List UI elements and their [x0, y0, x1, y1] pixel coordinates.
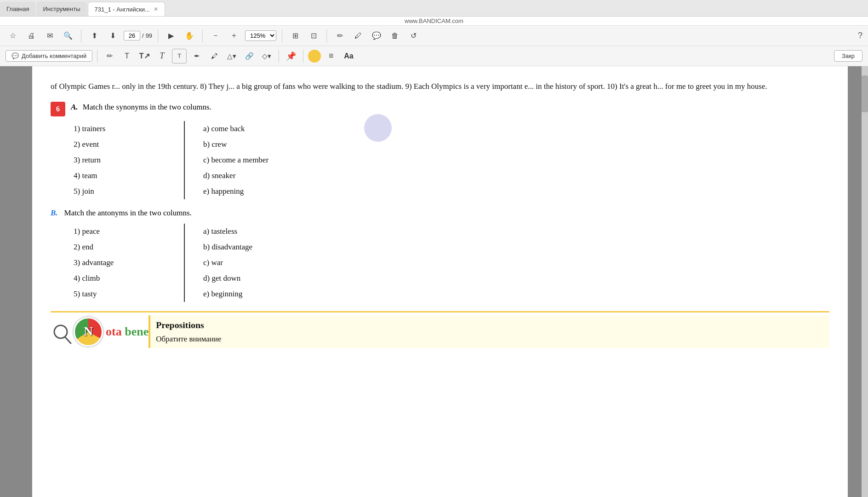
a-left-1: 1) trainers — [74, 121, 175, 137]
cursor-highlight — [364, 114, 392, 142]
print-button[interactable]: 🖨 — [24, 29, 39, 43]
magnifier-area: N — [51, 317, 103, 347]
page-nav: / 99 — [124, 31, 152, 40]
tab-home[interactable]: Главная — [0, 2, 35, 16]
section-a-columns: 1) trainers 2) event 3) return 4) team 5… — [74, 121, 829, 199]
section-b-columns: 1) peace 2) end 3) advantage 4) climb 5)… — [74, 224, 829, 302]
toolbar-row-1: ☆ 🖨 ✉ 🔍 ⬆ ⬇ / 99 ▶ ✋ － ＋ 125% 100% 150% … — [0, 26, 868, 46]
magnifier-icon — [51, 318, 74, 346]
comment-icon: 💬 — [11, 52, 19, 59]
freehand-button[interactable]: ✒ — [189, 49, 204, 64]
prepositions-sub: Обратите внимание — [156, 333, 824, 345]
section-b-instruction: Match the antonyms in the two columns. — [64, 207, 192, 219]
exercise-section-6: 6 A. Match the synonyms in the two colum… — [51, 101, 829, 302]
section-b-letter: B. — [51, 207, 58, 219]
nb-logo-letter: N — [84, 321, 93, 342]
a-right-3: c) become a member — [203, 152, 322, 168]
b-left-2: 2) end — [74, 239, 175, 255]
browser-tabs: Главная Инструменты 731_1 - Английски...… — [0, 0, 868, 17]
next-page-button[interactable]: ⬇ — [105, 29, 120, 43]
rotate-button[interactable]: ↺ — [406, 29, 421, 43]
erase-button[interactable]: ◇▾ — [259, 49, 274, 64]
tab-tools[interactable]: Инструменты — [36, 2, 86, 16]
tab-document[interactable]: 731_1 - Английски... ✕ — [88, 2, 165, 16]
separator-5 — [326, 29, 327, 42]
b-right-1: a) tasteless — [203, 224, 322, 239]
section-a-right: a) come back b) crew c) become a member … — [184, 121, 322, 199]
page-separator: / — [142, 32, 144, 39]
pdf-page: of Olympic Games r... only in the 19th c… — [32, 66, 848, 497]
nota-bene-section: N ota bene Prepositions Обратите внимани… — [51, 311, 829, 348]
a-left-5: 5) join — [74, 184, 175, 199]
a-right-1: a) come back — [203, 121, 322, 137]
zoom-select[interactable]: 125% 100% 150% 200% — [245, 30, 276, 41]
pin-button[interactable]: 📌 — [284, 49, 298, 64]
star-button[interactable]: ☆ — [6, 29, 20, 43]
highlight-tool-button[interactable]: ✏ — [332, 29, 347, 43]
delete-button[interactable]: 🗑 — [388, 29, 402, 43]
a-right-2: b) crew — [203, 137, 322, 152]
scrollbar-thumb[interactable] — [862, 75, 868, 112]
annotate-button[interactable]: 🖊 — [351, 29, 365, 43]
text-callout-button[interactable]: T↗ — [137, 49, 152, 64]
scrollbar[interactable] — [862, 66, 868, 497]
b-right-5: e) beginning — [203, 286, 322, 302]
mail-button[interactable]: ✉ — [42, 29, 57, 43]
bandicam-text: www.BANDICAM.com — [405, 17, 463, 24]
close-doc-label: Закр — [842, 52, 855, 59]
help-button[interactable]: ? — [858, 31, 862, 40]
comment-tool-button[interactable]: 💬 — [369, 29, 384, 43]
section-a-letter: A. — [71, 103, 78, 111]
add-comment-button[interactable]: 💬 Добавить комментарий — [6, 50, 92, 62]
svg-line-1 — [65, 337, 71, 343]
right-gutter — [848, 66, 862, 497]
page-total: 99 — [146, 32, 152, 39]
separator-2 — [158, 29, 158, 42]
section-a-left: 1) trainers 2) event 3) return 4) team 5… — [74, 121, 184, 199]
shapes-button[interactable]: △▾ — [224, 49, 239, 64]
pencil-button[interactable]: ✏ — [102, 49, 117, 64]
tab-home-label: Главная — [6, 6, 29, 12]
nb-ota: ota — [106, 325, 125, 338]
link-button[interactable]: 🔗 — [242, 49, 257, 64]
add-comment-label: Добавить комментарий — [22, 52, 86, 59]
separator-3 — [202, 29, 203, 42]
nb-logo: N — [74, 317, 103, 347]
close-doc-button[interactable]: Закр — [834, 50, 862, 62]
prev-page-button[interactable]: ⬆ — [87, 29, 102, 43]
close-tab-icon[interactable]: ✕ — [154, 6, 158, 12]
separator-tb2-3 — [303, 50, 303, 63]
text-format-button[interactable]: T — [154, 49, 169, 64]
font-size-button[interactable]: Aa — [341, 50, 356, 62]
separator-1 — [81, 29, 81, 42]
hand-tool-button[interactable]: ✋ — [182, 29, 197, 43]
text-lines-button[interactable]: ≡ — [324, 49, 338, 64]
fit-width-button[interactable]: ⊡ — [306, 29, 321, 43]
a-left-4: 4) team — [74, 168, 175, 184]
fit-page-button[interactable]: ⊞ — [288, 29, 303, 43]
search-button[interactable]: 🔍 — [61, 29, 75, 43]
marker-button[interactable]: 🖍 — [207, 49, 222, 64]
svg-point-0 — [54, 325, 67, 338]
b-right-2: b) disadvantage — [203, 239, 322, 255]
exercise-number: 6 — [51, 102, 65, 116]
text-box-button[interactable]: T — [172, 49, 187, 64]
page-input[interactable] — [124, 31, 140, 40]
a-right-5: e) happening — [203, 184, 322, 199]
text-button[interactable]: T — [120, 49, 134, 64]
intro-text-block: of Olympic Games r... only in the 19th c… — [51, 80, 829, 93]
cursor-tool-button[interactable]: ▶ — [164, 29, 178, 43]
highlight-color-button[interactable] — [308, 50, 321, 63]
zoom-in-button[interactable]: ＋ — [227, 29, 241, 43]
section-b-left: 1) peace 2) end 3) advantage 4) climb 5)… — [74, 224, 184, 302]
section-b-right: a) tasteless b) disadvantage c) war d) g… — [184, 224, 322, 302]
left-gutter — [0, 66, 32, 497]
separator-tb2-1 — [97, 50, 97, 63]
zoom-out-button[interactable]: － — [208, 29, 223, 43]
b-left-3: 3) advantage — [74, 255, 175, 271]
b-left-1: 1) peace — [74, 224, 175, 239]
tab-tools-label: Инструменты — [43, 6, 80, 12]
b-left-5: 5) tasty — [74, 286, 175, 302]
tab-document-label: 731_1 - Английски... — [95, 6, 150, 13]
b-right-4: d) get down — [203, 271, 322, 286]
